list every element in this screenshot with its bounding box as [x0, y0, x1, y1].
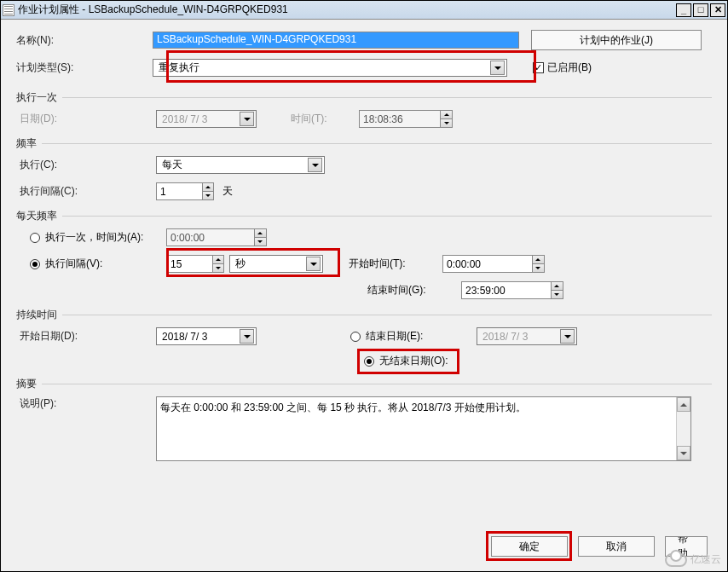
- exec-interval-spinner[interactable]: [156, 182, 214, 200]
- exec-once-label: 执行一次，时间为(A):: [45, 230, 166, 245]
- chevron-down-icon: [308, 158, 322, 172]
- chevron-down-icon: [306, 257, 321, 271]
- once-time-input: [360, 113, 440, 125]
- end-date-label: 结束日期(E):: [366, 329, 477, 344]
- execute-select[interactable]: 每天: [156, 156, 325, 174]
- start-date-picker[interactable]: 2018/ 7/ 3: [156, 327, 257, 345]
- schedule-type-select[interactable]: 重复执行: [153, 59, 507, 77]
- maximize-button[interactable]: □: [693, 3, 708, 17]
- chevron-down-icon: [240, 329, 254, 344]
- end-date-picker: 2018/ 7/ 3: [477, 327, 577, 345]
- titlebar: 作业计划属性 - LSBackupSchedule_WIN-D4GRPQKED9…: [1, 1, 727, 20]
- chevron-down-icon: [560, 329, 575, 344]
- exec-interval-label: 执行间隔(C):: [20, 184, 156, 199]
- once-time-spinner: [359, 110, 453, 128]
- no-end-date-label: 无结束日期(O):: [379, 354, 448, 368]
- schedule-type-label: 计划类型(S):: [16, 61, 153, 75]
- end-date-radio[interactable]: [350, 332, 361, 342]
- app-icon: [3, 4, 14, 16]
- name-label: 名称(N):: [16, 33, 153, 48]
- exec-interval-v-label: 执行间隔(V):: [45, 257, 166, 271]
- interval-unit-select[interactable]: 秒: [229, 255, 323, 273]
- enabled-checkbox[interactable]: [533, 62, 544, 73]
- once-time-label: 时间(T):: [291, 112, 359, 126]
- dialog-content: 名称(N): LSBackupSchedule_WIN-D4GRPQKED931…: [1, 20, 727, 480]
- start-time-label: 开始时间(T):: [349, 257, 442, 271]
- exec-interval-input[interactable]: [157, 186, 202, 198]
- execute-label: 执行(C):: [20, 158, 156, 172]
- description-label: 说明(P):: [20, 396, 156, 411]
- ok-button[interactable]: 确定: [491, 536, 568, 557]
- once-date-label: 日期(D):: [20, 112, 156, 126]
- start-date-label: 开始日期(D):: [20, 329, 156, 344]
- interval-value-spinner[interactable]: [166, 255, 224, 273]
- chevron-down-icon: [240, 112, 254, 126]
- start-time-spinner[interactable]: [442, 255, 545, 273]
- description-textarea[interactable]: 每天在 0:00:00 和 23:59:00 之间、每 15 秒 执行。将从 2…: [157, 397, 676, 460]
- no-end-date-radio[interactable]: [364, 356, 374, 367]
- jobs-in-schedule-button[interactable]: 计划中的作业(J): [531, 30, 702, 50]
- chevron-down-icon: [490, 61, 505, 75]
- end-time-spinner[interactable]: [461, 281, 563, 299]
- enabled-label: 已启用(B): [547, 61, 592, 75]
- summary-section-label: 摘要: [16, 377, 712, 391]
- once-date-picker: 2018/ 7/ 3: [156, 110, 257, 128]
- cancel-button[interactable]: 取消: [578, 536, 655, 557]
- close-button[interactable]: ✕: [710, 3, 725, 17]
- name-input[interactable]: LSBackupSchedule_WIN-D4GRPQKED931: [153, 32, 519, 49]
- scroll-up-icon[interactable]: [677, 397, 690, 412]
- frequency-section-label: 频率: [16, 136, 712, 151]
- once-section-label: 执行一次: [16, 90, 712, 105]
- watermark: 亿速云: [665, 552, 721, 567]
- exec-once-time-spinner: [166, 228, 267, 246]
- interval-value-input[interactable]: [167, 258, 212, 270]
- scroll-down-icon[interactable]: [677, 446, 690, 460]
- end-time-label: 结束时间(G):: [367, 283, 461, 298]
- exec-interval-radio[interactable]: [30, 259, 40, 269]
- exec-once-radio[interactable]: [30, 233, 40, 243]
- interval-unit-day: 天: [222, 184, 233, 199]
- daily-freq-section-label: 每天频率: [16, 209, 712, 223]
- scrollbar[interactable]: [676, 397, 690, 460]
- dialog-window: 作业计划属性 - LSBackupSchedule_WIN-D4GRPQKED9…: [0, 0, 728, 572]
- start-time-input[interactable]: [443, 258, 532, 270]
- duration-section-label: 持续时间: [16, 308, 712, 322]
- exec-once-time-input: [167, 232, 254, 244]
- minimize-button[interactable]: _: [676, 3, 691, 17]
- end-time-input[interactable]: [462, 285, 551, 297]
- cloud-icon: [665, 553, 687, 567]
- window-title: 作业计划属性 - LSBackupSchedule_WIN-D4GRPQKED9…: [18, 3, 676, 17]
